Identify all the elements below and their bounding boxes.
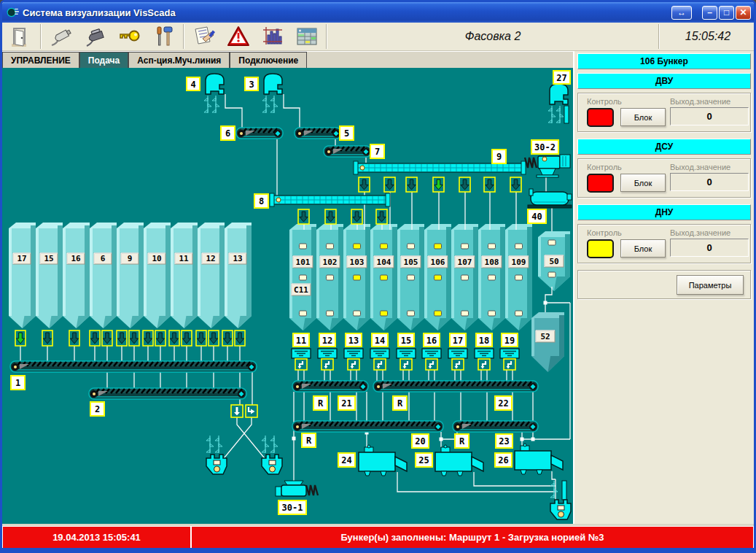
belt-conveyor[interactable]	[292, 421, 443, 432]
tag-label-4[interactable]: 4	[187, 77, 200, 90]
diverter-valve[interactable]	[295, 359, 307, 370]
diverter-valve[interactable]	[426, 359, 437, 370]
flow-arrow[interactable]	[143, 330, 153, 346]
bunker-17[interactable]	[9, 223, 36, 328]
bunker-plate-109[interactable]: 109	[509, 256, 529, 268]
tag-label-9[interactable]: 9	[492, 150, 506, 163]
tag-label-30-2[interactable]: 30-2	[531, 140, 558, 154]
flow-arrow[interactable]	[196, 330, 206, 346]
flow-arrow[interactable]	[222, 330, 233, 346]
bunker-plate-102[interactable]: 102	[320, 256, 340, 268]
bunker-plate-105[interactable]: 105	[401, 256, 421, 268]
screw-feeder[interactable]	[525, 155, 570, 177]
maximize-button[interactable]: □	[719, 6, 734, 20]
tag-label-25[interactable]: 25	[416, 453, 432, 467]
flow-arrow[interactable]	[325, 209, 336, 224]
elevator-head[interactable]	[548, 84, 569, 123]
diverter-valve[interactable]	[374, 359, 386, 370]
bunker-plate-10[interactable]: 10	[148, 253, 165, 264]
toolbar-report-button[interactable]	[187, 23, 221, 50]
flow-arrow[interactable]	[209, 330, 219, 346]
packing-machine[interactable]	[359, 445, 407, 476]
bunker-plate-9[interactable]: 9	[121, 253, 139, 264]
drum-sieve[interactable]	[528, 189, 572, 208]
tag-label-8[interactable]: 8	[254, 194, 268, 208]
flow-arrow[interactable]	[359, 177, 370, 192]
bunker-plate-103[interactable]: 103	[347, 256, 367, 268]
close-button[interactable]: ✕	[736, 6, 751, 20]
belt-conveyor[interactable]	[292, 381, 368, 392]
flow-arrow[interactable]	[69, 330, 79, 346]
route-diverter-down[interactable]	[231, 405, 243, 417]
elevator-boot[interactable]	[206, 436, 227, 474]
belt-conveyor[interactable]	[236, 128, 283, 139]
route-diverter-turn[interactable]	[246, 405, 257, 417]
toolbar-table-button[interactable]	[289, 23, 324, 50]
bunker-plate-17[interactable]: 17	[13, 253, 31, 264]
feeder-outlet[interactable]	[422, 349, 441, 358]
minimize-button[interactable]: –	[702, 6, 717, 20]
elevator-head[interactable]	[204, 74, 224, 113]
feeder-outlet[interactable]	[370, 349, 389, 358]
tag-label-23[interactable]: 23	[496, 434, 513, 448]
tag-label-R[interactable]: R	[313, 396, 327, 410]
bunker-plate-C11[interactable]: C11	[292, 284, 311, 295]
bunker-12[interactable]	[198, 223, 225, 328]
tab-Подключение[interactable]: Подключение	[230, 52, 307, 68]
block-button[interactable]: Блок	[620, 174, 666, 192]
belt-conveyor[interactable]	[324, 146, 371, 157]
belt-conveyor[interactable]	[453, 421, 538, 432]
flow-arrow[interactable]	[459, 177, 470, 192]
bunker-16[interactable]	[63, 223, 90, 328]
bunker-plate-50[interactable]: 50	[545, 255, 564, 267]
tag-label-40[interactable]: 40	[528, 209, 546, 223]
diverter-valve[interactable]	[400, 359, 412, 370]
tag-label-19[interactable]: 19	[502, 333, 518, 347]
feeder-outlet[interactable]	[292, 349, 311, 358]
block-button[interactable]: Блок	[620, 239, 666, 258]
tag-label-R[interactable]: R	[393, 396, 407, 410]
feeder-outlet[interactable]	[397, 349, 416, 358]
diverter-valve[interactable]	[504, 359, 515, 370]
tag-label-11[interactable]: 11	[293, 333, 309, 347]
tag-label-R[interactable]: R	[455, 434, 469, 448]
belt-conveyor[interactable]	[295, 128, 341, 139]
tag-label-R[interactable]: R	[302, 433, 316, 447]
belt-conveyor[interactable]	[10, 361, 257, 372]
feeder-outlet[interactable]	[344, 349, 363, 358]
bunker-13[interactable]	[225, 223, 252, 328]
feeder-outlet[interactable]	[500, 349, 519, 358]
bunker-plate-108[interactable]: 108	[482, 256, 502, 268]
flow-arrow[interactable]	[15, 330, 26, 346]
toolbar-disconnect-button[interactable]	[78, 23, 112, 50]
feeder-outlet[interactable]	[448, 349, 467, 358]
tag-label-1[interactable]: 1	[11, 376, 25, 390]
feeder-outlet[interactable]	[475, 349, 494, 358]
tag-label-7[interactable]: 7	[370, 144, 384, 158]
screw-feeder[interactable]	[276, 481, 318, 496]
toolbar-exit-button[interactable]	[4, 23, 38, 50]
tag-label-12[interactable]: 12	[319, 333, 335, 347]
diverter-valve[interactable]	[478, 359, 490, 370]
flow-arrow[interactable]	[376, 209, 387, 224]
bunker-plate-52[interactable]: 52	[536, 330, 555, 342]
bunker-plate-11[interactable]: 11	[175, 253, 192, 264]
tag-label-13[interactable]: 13	[346, 333, 362, 347]
elevator-head[interactable]	[262, 74, 282, 113]
elevator-boot[interactable]	[262, 436, 282, 474]
tag-label-17[interactable]: 17	[450, 333, 466, 347]
bunker-plate-104[interactable]: 104	[374, 256, 394, 268]
bunker-15[interactable]	[36, 223, 63, 328]
toolbar-alarms-button[interactable]	[221, 23, 255, 50]
flow-arrow[interactable]	[235, 330, 245, 346]
bunker-9[interactable]	[117, 223, 144, 328]
bunker-plate-106[interactable]: 106	[428, 256, 448, 268]
belt-conveyor[interactable]	[373, 381, 538, 392]
tag-label-6[interactable]: 6	[221, 126, 235, 140]
bunker-plate-13[interactable]: 13	[229, 253, 246, 264]
toolbar-trends-button[interactable]	[255, 23, 289, 50]
flow-arrow[interactable]	[182, 330, 192, 346]
flow-arrow[interactable]	[298, 209, 309, 224]
tag-label-2[interactable]: 2	[90, 402, 104, 416]
flow-arrow[interactable]	[102, 330, 112, 346]
